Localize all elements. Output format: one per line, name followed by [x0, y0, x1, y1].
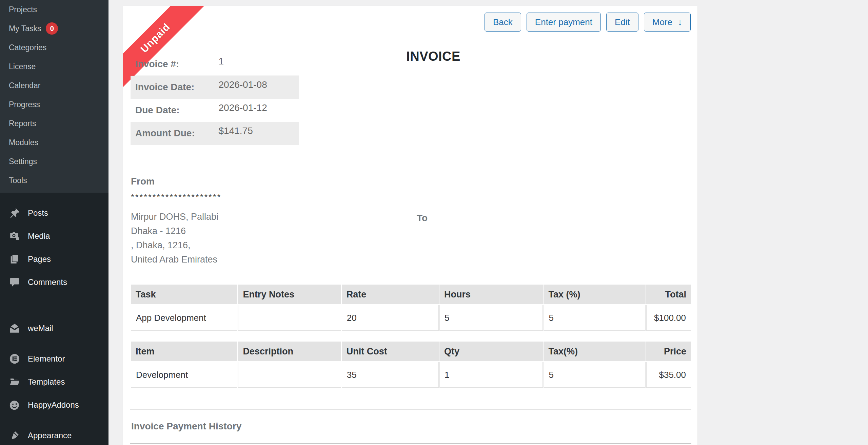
- admin-main-menu: Posts Media Pages Comments weMail Elemen…: [0, 193, 108, 445]
- sidebar-item-my-tasks[interactable]: My Tasks 0: [0, 19, 108, 38]
- chevron-down-icon: ↓: [678, 17, 682, 27]
- my-tasks-count-badge: 0: [46, 22, 58, 35]
- table-row: Invoice #: 1: [131, 53, 299, 76]
- cell-hours: 5: [439, 305, 543, 331]
- meta-value: $141.75: [207, 122, 299, 145]
- sidebar-item-calendar[interactable]: Calendar: [0, 76, 108, 95]
- table-row: App Development 20 5 5 $100.00: [131, 305, 691, 331]
- cell-description: [238, 362, 341, 388]
- sidebar-item-license[interactable]: License: [0, 57, 108, 76]
- column-header: Unit Cost: [342, 342, 439, 361]
- table-header-row: Task Entry Notes Rate Hours Tax (%) Tota…: [131, 285, 691, 304]
- submenu-label: Modules: [9, 138, 38, 147]
- table-row: Due Date: 2026-01-12: [131, 99, 299, 122]
- meta-label: Invoice Date:: [131, 76, 207, 99]
- submenu-label: My Tasks: [9, 24, 41, 33]
- menu-label: Comments: [28, 277, 67, 287]
- more-button[interactable]: More ↓: [644, 13, 691, 32]
- sidebar-item-posts[interactable]: Posts: [0, 201, 108, 225]
- submenu-label: Calendar: [9, 81, 40, 90]
- menu-label: Media: [28, 231, 50, 241]
- admin-sidebar: Projects My Tasks 0 Categories License C…: [0, 0, 108, 445]
- items-table: Item Description Unit Cost Qty Tax(%) Pr…: [130, 341, 692, 388]
- section-divider: [130, 443, 691, 444]
- sidebar-item-appearance[interactable]: Appearance: [0, 424, 108, 445]
- comment-bubble-icon: [9, 276, 20, 288]
- submenu-label: License: [9, 62, 36, 71]
- submenu-label: Projects: [9, 5, 37, 14]
- column-header: Tax (%): [544, 285, 645, 304]
- menu-label: HappyAddons: [28, 400, 79, 410]
- edit-button[interactable]: Edit: [606, 13, 638, 32]
- enter-payment-button[interactable]: Enter payment: [527, 13, 601, 32]
- table-row: Amount Due: $141.75: [131, 122, 299, 145]
- sidebar-item-media[interactable]: Media: [0, 225, 108, 248]
- cell-qty: 1: [439, 362, 543, 388]
- submenu-label: Progress: [9, 100, 40, 109]
- meta-label: Amount Due:: [131, 122, 207, 145]
- meta-label: Due Date:: [131, 99, 207, 122]
- cell-task: App Development: [131, 305, 237, 331]
- from-address-line: , Dhaka, 1216,: [131, 238, 221, 252]
- sidebar-item-wemail[interactable]: weMail: [0, 317, 108, 340]
- section-divider: [130, 409, 691, 410]
- cell-unit-cost: 35: [342, 362, 439, 388]
- from-address-block: From ********************* Mirpur DOHS, …: [131, 176, 221, 267]
- sidebar-item-progress[interactable]: Progress: [0, 95, 108, 114]
- menu-label: Posts: [28, 208, 48, 218]
- menu-separator: [0, 294, 108, 317]
- menu-label: Elementor: [28, 354, 65, 364]
- column-header: Hours: [439, 285, 543, 304]
- meta-label: Invoice #:: [131, 53, 207, 76]
- from-address-line: Dhaka - 1216: [131, 224, 221, 238]
- sidebar-item-tools[interactable]: Tools: [0, 171, 108, 190]
- folder-icon: [9, 376, 20, 388]
- sidebar-item-elementor[interactable]: Elementor: [0, 347, 108, 370]
- sidebar-item-pages[interactable]: Pages: [0, 248, 108, 271]
- from-masked-name: *********************: [131, 192, 221, 202]
- column-header: Total: [646, 285, 691, 304]
- menu-separator: [0, 417, 108, 424]
- column-header: Tax(%): [544, 342, 645, 361]
- menu-label: Pages: [28, 254, 51, 264]
- column-header: Description: [238, 342, 341, 361]
- column-header: Qty: [439, 342, 543, 361]
- payment-history-heading: Invoice Payment History: [131, 421, 241, 432]
- menu-label: weMail: [28, 324, 53, 333]
- submenu-label: Tools: [9, 176, 27, 185]
- cell-entry-notes: [238, 305, 341, 331]
- column-header: Item: [131, 342, 237, 361]
- sidebar-item-templates[interactable]: Templates: [0, 370, 108, 393]
- back-button[interactable]: Back: [485, 13, 521, 32]
- sidebar-item-settings[interactable]: Settings: [0, 152, 108, 171]
- invoice-toolbar: Back Enter payment Edit More ↓: [485, 13, 691, 32]
- plugin-submenu: Projects My Tasks 0 Categories License C…: [0, 0, 108, 193]
- column-header: Entry Notes: [238, 285, 341, 304]
- column-header: Task: [131, 285, 237, 304]
- smiley-icon: [9, 399, 20, 411]
- sidebar-item-modules[interactable]: Modules: [0, 133, 108, 152]
- sidebar-item-projects[interactable]: Projects: [0, 0, 108, 19]
- table-header-row: Item Description Unit Cost Qty Tax(%) Pr…: [131, 342, 691, 361]
- sidebar-item-reports[interactable]: Reports: [0, 114, 108, 133]
- envelope-icon: [9, 323, 20, 334]
- sidebar-item-happyaddons[interactable]: HappyAddons: [0, 393, 108, 417]
- meta-value: 2026-01-08: [207, 76, 299, 99]
- column-header: Price: [646, 342, 691, 361]
- to-heading: To: [417, 213, 428, 224]
- cell-tax: 5: [544, 362, 645, 388]
- from-address-line: United Arab Emirates: [131, 252, 221, 267]
- submenu-label: Reports: [9, 119, 36, 128]
- sidebar-item-categories[interactable]: Categories: [0, 38, 108, 57]
- submenu-label: Categories: [9, 43, 46, 52]
- menu-label: Appearance: [28, 431, 72, 440]
- table-row: Development 35 1 5 $35.00: [131, 362, 691, 388]
- brush-icon: [9, 430, 20, 441]
- cell-rate: 20: [342, 305, 439, 331]
- meta-value: 1: [207, 53, 299, 76]
- cell-total: $100.00: [646, 305, 691, 331]
- sidebar-item-comments[interactable]: Comments: [0, 271, 108, 294]
- elementor-circle-icon: [9, 353, 20, 365]
- invoice-meta-table: Invoice #: 1 Invoice Date: 2026-01-08 Du…: [131, 53, 299, 145]
- from-heading: From: [131, 176, 221, 187]
